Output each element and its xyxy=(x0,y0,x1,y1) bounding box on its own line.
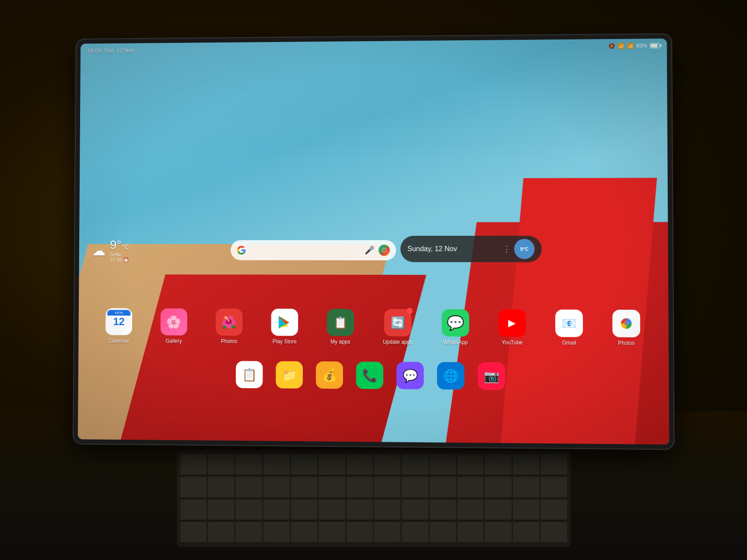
gmail-label: Gmail xyxy=(562,340,576,346)
gphotos-logo xyxy=(618,315,635,332)
app-photos-samsung[interactable]: 🌺 Photos xyxy=(216,308,243,344)
app-gmail[interactable]: 📧 Gmail xyxy=(555,309,583,346)
app-myapps[interactable]: 📋 My apps xyxy=(327,309,354,345)
camera-samsung-icon: 📷 xyxy=(478,362,505,390)
weather-temp: 9° xyxy=(110,238,121,252)
playstore-label: Play Store xyxy=(273,338,297,344)
weather-widget[interactable]: ☁ 9° °C Sofia 12:38 ⏰ xyxy=(92,238,129,262)
gmail-icon: 📧 xyxy=(555,309,583,337)
mic-icon[interactable]: 🎤 xyxy=(365,245,374,255)
updateapps-icon: 🔄 xyxy=(384,309,411,336)
search-bar[interactable]: 🎤 ⬡ xyxy=(231,240,396,260)
svg-point-0 xyxy=(624,322,628,326)
youtube-icon: ▶ xyxy=(498,309,526,337)
whatsapp-icon: 💬 xyxy=(442,309,470,337)
cloud-icon: ☁ xyxy=(92,242,105,259)
app-calendar[interactable]: MON 12 Calendar xyxy=(105,308,132,344)
gphotos-label: Photos xyxy=(618,340,635,346)
clipboard-icon: 📋 xyxy=(236,361,263,388)
photos-samsung-label: Photos xyxy=(221,338,237,344)
battery-text: 83% xyxy=(636,43,647,49)
date-options-icon[interactable]: ⋮ xyxy=(503,244,511,254)
date-widget[interactable]: Sunday, 12 Nov ⋮ 9°C xyxy=(400,236,542,262)
gphotos-icon xyxy=(612,310,640,337)
battery-icon xyxy=(650,43,660,48)
app-updateapps[interactable]: 🔄 Update apps xyxy=(383,309,413,345)
playstore-logo xyxy=(277,315,292,330)
weather-location: Sofia xyxy=(110,252,129,257)
tablet-screen: 16:08 Sun, 12 Nov 🔕 📶 📶 83% ☁ xyxy=(78,38,669,444)
status-time: 16:08 xyxy=(88,47,102,54)
updateapps-label: Update apps xyxy=(383,339,413,345)
phone-icon: 📞 xyxy=(356,362,383,389)
weather-unit: °C xyxy=(122,243,129,250)
myapps-icon: 📋 xyxy=(327,309,354,336)
gallery-icon: 🌸 xyxy=(161,308,187,336)
app-youtube[interactable]: ▶ YouTube xyxy=(498,309,526,346)
files-icon: 📁 xyxy=(276,361,303,389)
keyboard xyxy=(177,451,571,547)
screen-content: ☁ 9° °C Sofia 12:38 ⏰ xyxy=(78,52,669,444)
app-messages[interactable]: 💬 xyxy=(396,362,424,389)
whatsapp-label: WhatsApp xyxy=(443,339,468,345)
edge-icon: 🌐 xyxy=(437,362,465,390)
notification-badge xyxy=(407,308,413,314)
status-left: 16:08 Sun, 12 Nov xyxy=(88,47,134,54)
app-clipboard[interactable]: 📋 xyxy=(236,361,263,388)
status-right: 🔕 📶 📶 83% xyxy=(608,42,659,49)
app-playstore[interactable]: Play Store xyxy=(271,309,298,345)
date-temp: 9°C xyxy=(520,246,529,252)
gallery-label: Gallery xyxy=(165,338,182,344)
temp-badge: 9°C xyxy=(514,239,535,259)
wifi-icon: 📶 xyxy=(618,43,624,49)
app-gallery[interactable]: 🌸 Gallery xyxy=(160,308,187,344)
wallet-icon: 💰 xyxy=(316,361,343,389)
playstore-icon xyxy=(271,309,298,336)
youtube-label: YouTube xyxy=(502,340,523,346)
calendar-label: Calendar xyxy=(108,338,129,344)
app-wallet[interactable]: 💰 xyxy=(316,361,343,389)
app-row-top: MON 12 Calendar 🌸 Gallery 🌺 xyxy=(91,308,655,346)
app-gphotos[interactable]: Photos xyxy=(612,310,640,346)
date-text: Sunday, 12 Nov xyxy=(407,245,503,253)
messages-icon: 💬 xyxy=(396,362,424,389)
photos-samsung-icon: 🌺 xyxy=(216,308,243,336)
calendar-icon: MON 12 xyxy=(105,308,132,335)
app-phone[interactable]: 📞 xyxy=(356,362,383,389)
app-dock: 📋 📁 💰 📞 xyxy=(78,360,669,391)
signal-icon: 📶 xyxy=(627,43,634,49)
google-logo xyxy=(237,245,246,255)
app-camera-samsung[interactable]: 📷 xyxy=(478,362,505,390)
app-edge[interactable]: 🌐 xyxy=(437,362,465,390)
lens-icon[interactable]: ⬡ xyxy=(379,245,390,256)
weather-time: 12:38 ⏰ xyxy=(110,257,129,263)
battery-fill xyxy=(651,44,657,47)
app-whatsapp[interactable]: 💬 WhatsApp xyxy=(442,309,470,346)
sound-icon: 🔕 xyxy=(608,43,615,49)
calendar-day: 12 xyxy=(113,315,124,328)
myapps-label: My apps xyxy=(330,339,350,345)
status-date: Sun, 12 Nov xyxy=(104,47,134,53)
tablet-device: 16:08 Sun, 12 Nov 🔕 📶 📶 83% ☁ xyxy=(73,33,675,450)
app-files[interactable]: 📁 xyxy=(276,361,303,389)
